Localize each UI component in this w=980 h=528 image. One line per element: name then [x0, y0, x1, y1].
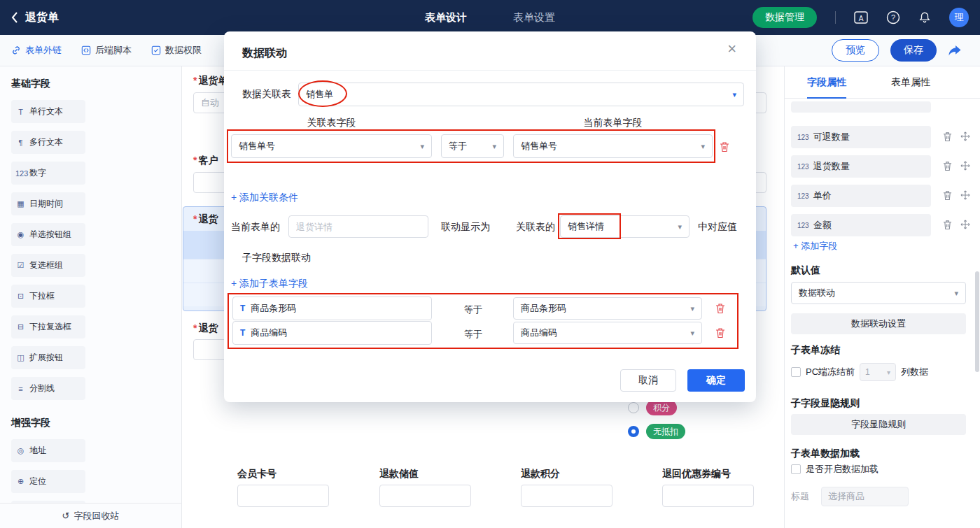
subfield-right-dropdown[interactable]: 商品编码 ▾: [513, 322, 702, 344]
radio-icon[interactable]: [628, 402, 639, 413]
tab-form-properties[interactable]: 表单属性: [891, 76, 930, 89]
scrollbar[interactable]: [975, 271, 979, 372]
toolbar-item-external-link[interactable]: 表单外链: [11, 44, 62, 57]
delete-field-icon[interactable]: [943, 161, 952, 171]
field-item-number[interactable]: 123数字: [11, 162, 85, 185]
field-item-extend-button[interactable]: ◫扩展按钮: [11, 346, 85, 369]
delete-subfield-icon[interactable]: [715, 303, 725, 314]
condition-right-dropdown[interactable]: 销售单号 ▾: [513, 134, 713, 158]
section-title: 增强字段: [11, 417, 170, 429]
move-field-icon[interactable]: [960, 161, 970, 171]
freeze-count-dropdown[interactable]: 1▾: [860, 363, 896, 381]
field-item-single-line-text[interactable]: T单行文本: [11, 100, 85, 123]
field-visibility-rules-button[interactable]: 字段显隐规则: [791, 414, 966, 435]
refund-stored-value-input[interactable]: [379, 485, 471, 507]
condition-operator-dropdown[interactable]: 等于 ▾: [441, 134, 504, 158]
data-linkage-settings-button[interactable]: 数据联动设置: [791, 313, 966, 334]
default-value-dropdown[interactable]: 数据联动 ▾: [791, 282, 966, 304]
coupon-number-input[interactable]: [662, 485, 754, 507]
current-field-input[interactable]: [288, 215, 428, 238]
location-icon: ⊕: [15, 477, 26, 486]
option-badge: 积分: [646, 400, 677, 415]
subform-data-load-title: 子表单数据加载: [791, 448, 860, 460]
delete-field-icon[interactable]: [943, 131, 952, 142]
save-button[interactable]: 保存: [890, 39, 937, 62]
tab-field-properties[interactable]: 字段属性: [807, 76, 846, 89]
help-icon[interactable]: ?: [886, 10, 900, 24]
subfield-left-field[interactable]: T 商品条形码: [232, 297, 432, 320]
close-icon[interactable]: ×: [727, 41, 736, 57]
text-icon: T: [240, 304, 245, 313]
modal-title: 数据联动: [242, 46, 287, 61]
field-label: *客户: [193, 155, 218, 167]
delete-field-icon[interactable]: [943, 190, 952, 201]
field-row-returnable-qty[interactable]: 123可退数量: [791, 126, 931, 148]
field-item-datetime[interactable]: ▦日期时间: [11, 192, 85, 215]
radio-option-no-deduction[interactable]: 无抵扣: [628, 424, 685, 439]
delete-field-icon[interactable]: [943, 220, 952, 230]
toolbar-item-backend-script[interactable]: 后端脚本: [81, 44, 132, 57]
select-product-field[interactable]: 选择商品: [821, 487, 909, 506]
data-manage-button[interactable]: 数据管理: [752, 7, 817, 28]
field-item-radio-group[interactable]: ◉单选按钮组: [11, 223, 85, 246]
field-item-location[interactable]: ⊕定位: [11, 470, 85, 493]
related-field-dropdown[interactable]: 销售详情 ▾: [560, 215, 690, 238]
required-mark: *: [193, 213, 197, 224]
member-card-input[interactable]: [237, 485, 329, 507]
field-item-dropdown[interactable]: ⊡下拉框: [11, 285, 85, 308]
move-field-icon[interactable]: [960, 190, 970, 200]
field-label: *退货单: [193, 75, 227, 87]
chevron-down-icon: ▾: [887, 369, 890, 376]
back-icon[interactable]: [11, 12, 18, 23]
notification-bell-icon[interactable]: [918, 11, 931, 24]
cancel-button[interactable]: 取消: [620, 369, 676, 392]
subfield-left-field[interactable]: T 商品编码: [232, 321, 432, 345]
field-item-checkbox-group[interactable]: ☑复选框组: [11, 254, 85, 277]
field-label-member-card: 会员卡号: [237, 468, 276, 480]
paragraph-icon: ¶: [15, 138, 26, 147]
preview-button[interactable]: 预览: [832, 39, 879, 62]
field-item-divider[interactable]: ≡分割线: [11, 377, 85, 400]
add-condition-link[interactable]: + 添加关联条件: [231, 192, 298, 204]
section-title: 基础字段: [11, 78, 170, 90]
delete-subfield-icon[interactable]: [715, 327, 725, 338]
field-recycle-bin[interactable]: ↺ 字段回收站: [0, 503, 181, 528]
confirm-button[interactable]: 确定: [687, 369, 745, 392]
delete-condition-icon[interactable]: [720, 141, 729, 152]
checkbox-icon[interactable]: [791, 367, 801, 377]
subfield-operator: 等于: [455, 328, 491, 341]
sentence-link-text: 联动显示为: [441, 221, 490, 234]
chevron-down-icon: ▾: [420, 142, 424, 151]
refund-points-input[interactable]: [521, 485, 612, 507]
add-field-link[interactable]: + 添加字段: [793, 240, 837, 252]
subfield-right-dropdown[interactable]: 商品条形码 ▾: [513, 297, 702, 320]
share-icon[interactable]: [948, 45, 962, 57]
field-item-multi-line-text[interactable]: ¶多行文本: [11, 131, 85, 154]
condition-left-dropdown[interactable]: 销售单号 ▾: [231, 134, 432, 158]
field-row-amount[interactable]: 123金额: [791, 214, 931, 236]
tab-form-design[interactable]: 表单设计: [425, 11, 467, 24]
chevron-down-icon: ▾: [492, 142, 496, 151]
radio-option-points[interactable]: 积分: [628, 400, 677, 415]
toolbar-item-data-permission[interactable]: 数据权限: [151, 44, 202, 57]
add-subfield-link[interactable]: + 添加子表单字段: [231, 278, 308, 290]
sentence-suffix: 中对应值: [698, 221, 737, 234]
move-field-icon[interactable]: [960, 220, 970, 229]
subfield-linkage-title: 子字段数据联动: [242, 252, 311, 264]
required-mark: *: [193, 75, 197, 86]
field-item-multi-dropdown[interactable]: ⊟下拉复选框: [11, 315, 85, 338]
field-row-return-qty[interactable]: 123退货数量: [791, 155, 931, 178]
avatar[interactable]: 理: [949, 8, 969, 27]
radio-selected-icon[interactable]: [628, 426, 639, 437]
relation-table-dropdown[interactable]: 销售单 ▾: [298, 83, 744, 106]
field-label: *退货: [193, 322, 218, 335]
field-item-address[interactable]: ◎地址: [11, 439, 85, 462]
checkbox-icon[interactable]: [791, 464, 801, 474]
move-field-icon[interactable]: [960, 131, 970, 141]
chevron-down-icon: ▾: [954, 289, 958, 298]
tab-form-settings[interactable]: 表单设置: [513, 11, 555, 24]
field-row-unit-price[interactable]: 123单价: [791, 185, 931, 207]
divider-icon: ≡: [15, 385, 26, 393]
language-icon[interactable]: A: [854, 11, 868, 24]
recycle-icon: ↺: [62, 511, 70, 521]
